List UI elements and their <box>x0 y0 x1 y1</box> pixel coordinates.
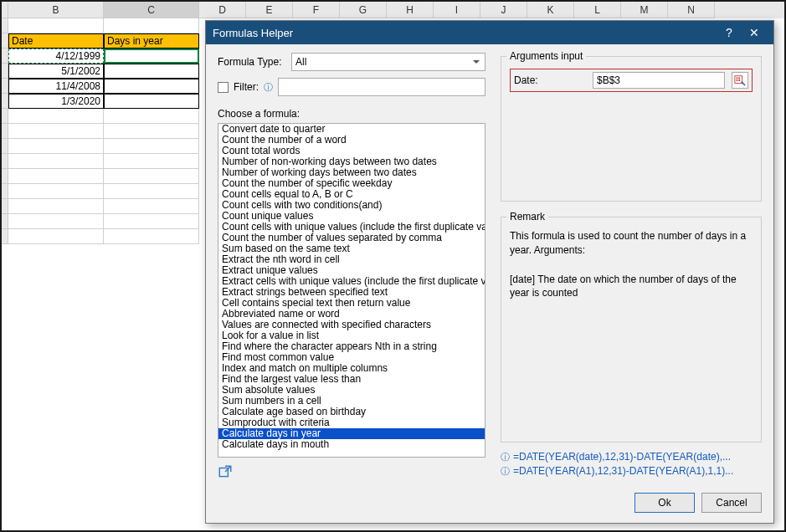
formula-item[interactable]: Sumproduct with criteria <box>218 417 485 428</box>
col-header-d[interactable]: D <box>199 2 246 18</box>
formula-item[interactable]: Count the number of specific weekday <box>218 178 485 189</box>
cell[interactable] <box>104 229 199 244</box>
formula-item[interactable]: Extract cells with unique values (includ… <box>218 276 485 287</box>
cell-b6[interactable]: 1/3/2020 <box>8 94 104 109</box>
corner-cell <box>2 2 8 18</box>
col-header-n[interactable]: N <box>668 2 715 18</box>
cell[interactable] <box>104 109 199 124</box>
formula-item[interactable]: Count unique values <box>218 211 485 222</box>
col-header-k[interactable]: K <box>527 2 574 18</box>
filter-checkbox[interactable] <box>218 82 229 93</box>
ok-button[interactable]: Ok <box>634 493 695 513</box>
cell-c4[interactable] <box>104 64 199 79</box>
formula-item[interactable]: Values are connected with specified char… <box>218 320 485 330</box>
col-header-j[interactable]: J <box>480 2 527 18</box>
formula-item[interactable]: Count cells with unique values (include … <box>218 222 485 233</box>
cell[interactable] <box>104 18 199 33</box>
formula-listbox[interactable]: Convert date to quarterCount the number … <box>218 123 485 458</box>
info-icon: ⓘ <box>501 452 510 462</box>
col-header-c[interactable]: C <box>104 2 199 18</box>
info-icon[interactable]: ⓘ <box>264 81 273 94</box>
help-button[interactable]: ? <box>717 21 742 44</box>
svg-rect-5 <box>738 79 740 81</box>
formula-item[interactable]: Calculate days in year <box>218 428 485 439</box>
formula-item[interactable]: Find where the character appears Nth in … <box>218 341 485 352</box>
formula-link-1[interactable]: ⓘ=DATE(YEAR(date),12,31)-DATE(YEAR(date)… <box>501 451 762 463</box>
formula-item[interactable]: Count the number of values separated by … <box>218 233 485 243</box>
formula-link-2[interactable]: ⓘ=DATE(YEAR(A1),12,31)-DATE(YEAR(A1),1,1… <box>501 465 762 478</box>
col-header-m[interactable]: M <box>621 2 668 18</box>
formula-links: ⓘ=DATE(YEAR(date),12,31)-DATE(YEAR(date)… <box>501 449 762 479</box>
choose-formula-label: Choose a formula: <box>218 108 485 120</box>
popout-icon[interactable] <box>218 464 233 479</box>
header-days[interactable]: Days in year <box>104 33 199 49</box>
cell[interactable] <box>8 199 104 214</box>
formula-item[interactable]: Cell contains special text then return v… <box>218 298 485 309</box>
cell-b3[interactable]: 4/12/1999 <box>8 49 104 64</box>
cell[interactable] <box>8 18 104 33</box>
cell[interactable] <box>104 139 199 154</box>
formula-item[interactable]: Count the number of a word <box>218 135 485 146</box>
formula-item[interactable]: Look for a value in list <box>218 330 485 341</box>
cell[interactable] <box>104 214 199 229</box>
cancel-button[interactable]: Cancel <box>701 493 762 513</box>
cell[interactable] <box>8 169 104 184</box>
formula-item[interactable]: Number of working days between two dates <box>218 167 485 178</box>
formula-item[interactable]: Abbreviated name or word <box>218 309 485 320</box>
arguments-legend: Arguments input <box>506 50 586 62</box>
col-header-g[interactable]: G <box>340 2 387 18</box>
formula-item[interactable]: Sum numbers in a cell <box>218 396 485 407</box>
column-headers: B C D E F G H I J K L M N <box>2 2 784 18</box>
date-arg-input[interactable]: $B$3 <box>593 72 725 89</box>
col-header-h[interactable]: H <box>387 2 434 18</box>
formula-item[interactable]: Extract the nth word in cell <box>218 254 485 265</box>
titlebar[interactable]: Formulas Helper ? ✕ <box>206 21 773 44</box>
cell-c5[interactable] <box>104 79 199 94</box>
cell[interactable] <box>104 169 199 184</box>
formula-item[interactable]: Convert date to quarter <box>218 124 485 135</box>
col-header-i[interactable]: I <box>434 2 480 18</box>
cell[interactable] <box>8 184 104 199</box>
formula-item[interactable]: Count cells with two conditions(and) <box>218 200 485 211</box>
formula-item[interactable]: Count cells equal to A, B or C <box>218 189 485 200</box>
cell-c6[interactable] <box>104 94 199 109</box>
cell[interactable] <box>8 139 104 154</box>
formula-item[interactable]: Number of non-working days between two d… <box>218 156 485 167</box>
col-header-b[interactable]: B <box>8 2 104 18</box>
svg-rect-0 <box>219 468 228 477</box>
cell[interactable] <box>8 109 104 124</box>
col-header-e[interactable]: E <box>246 2 293 18</box>
formula-item[interactable]: Sum absolute values <box>218 385 485 396</box>
formula-item[interactable]: Index and match on multiple columns <box>218 363 485 374</box>
formula-type-select[interactable]: All <box>291 53 485 71</box>
cell[interactable] <box>104 154 199 169</box>
col-header-l[interactable]: L <box>574 2 621 18</box>
cell-b4[interactable]: 5/1/2002 <box>8 64 104 79</box>
range-picker-button[interactable] <box>732 72 748 89</box>
date-arg-label: Date: <box>514 74 586 86</box>
svg-rect-4 <box>737 79 738 81</box>
cell[interactable] <box>8 229 104 244</box>
cell[interactable] <box>8 154 104 169</box>
header-date[interactable]: Date <box>8 33 104 49</box>
cell[interactable] <box>104 124 199 139</box>
col-header-f[interactable]: F <box>293 2 340 18</box>
cell[interactable] <box>8 214 104 229</box>
cell-b5[interactable]: 11/4/2008 <box>8 79 104 94</box>
formula-item[interactable]: Extract strings between specified text <box>218 287 485 298</box>
formula-item[interactable]: Sum based on the same text <box>218 243 485 254</box>
cell[interactable] <box>104 199 199 214</box>
close-button[interactable]: ✕ <box>742 21 767 44</box>
formula-type-label: Formula Type: <box>218 56 286 68</box>
formula-item[interactable]: Extract unique values <box>218 265 485 276</box>
formula-item[interactable]: Count total words <box>218 146 485 156</box>
cell-c3[interactable] <box>104 49 199 64</box>
formula-item[interactable]: Find the largest value less than <box>218 374 485 385</box>
cell[interactable] <box>8 124 104 139</box>
cell[interactable] <box>104 184 199 199</box>
formula-item[interactable]: Find most common value <box>218 352 485 363</box>
formula-item[interactable]: Calculate age based on birthday <box>218 407 485 417</box>
filter-input[interactable] <box>278 78 485 96</box>
filter-label: Filter: <box>234 81 259 93</box>
formula-item[interactable]: Calculate days in mouth <box>218 439 485 450</box>
